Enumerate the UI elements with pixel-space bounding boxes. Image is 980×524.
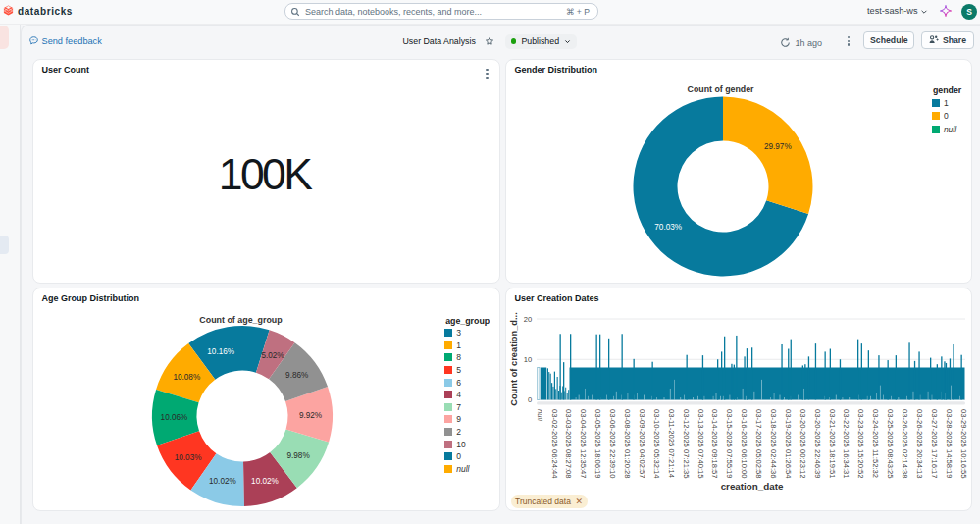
svg-text:03-20-2025 22:46:39: 03-20-2025 22:46:39 xyxy=(813,409,822,479)
svg-text:03-11-2025 07:21:14: 03-11-2025 07:21:14 xyxy=(667,409,676,478)
svg-text:03-29-2025 10:16:55: 03-29-2025 10:16:55 xyxy=(959,409,968,479)
svg-text:5.02%: 5.02% xyxy=(261,351,284,360)
svg-text:03-25-2025 08:43:25: 03-25-2025 08:43:25 xyxy=(886,409,895,479)
svg-text:03-06-2025 22:39:10: 03-06-2025 22:39:10 xyxy=(608,409,617,479)
svg-text:70.03%: 70.03% xyxy=(654,223,682,232)
svg-text:03-14-2025 09:18:57: 03-14-2025 09:18:57 xyxy=(710,409,719,479)
svg-text:9.98%: 9.98% xyxy=(286,451,309,460)
svg-text:03-27-2025 17:16:17: 03-27-2025 17:16:17 xyxy=(930,409,939,479)
svg-text:03-24-2025 11:52:32: 03-24-2025 11:52:32 xyxy=(871,409,880,478)
svg-text:03-26-2025 02:14:38: 03-26-2025 02:14:38 xyxy=(901,409,909,479)
svg-text:03-22-2025 16:34:31: 03-22-2025 16:34:31 xyxy=(842,409,851,479)
svg-text:null: null xyxy=(536,409,544,421)
svg-text:03-23-2025 15:20:52: 03-23-2025 15:20:52 xyxy=(856,409,865,479)
svg-text:03-13-2025 07:40:15: 03-13-2025 07:40:15 xyxy=(696,409,705,479)
svg-text:03-16-2025 06:10:00: 03-16-2025 06:10:00 xyxy=(740,409,748,479)
svg-text:03-02-2025 06:24:44: 03-02-2025 06:24:44 xyxy=(550,409,559,479)
svg-text:03-26-2025 20:34:13: 03-26-2025 20:34:13 xyxy=(915,409,924,479)
svg-text:20: 20 xyxy=(524,315,532,324)
svg-text:Count of creation_d...: Count of creation_d... xyxy=(509,312,519,406)
svg-text:03-17-2025 05:02:58: 03-17-2025 05:02:58 xyxy=(754,409,763,479)
svg-text:10: 10 xyxy=(524,355,532,364)
svg-text:9.86%: 9.86% xyxy=(285,371,308,380)
svg-text:03-12-2025 07:21:35: 03-12-2025 07:21:35 xyxy=(682,409,691,479)
svg-text:9.92%: 9.92% xyxy=(299,411,322,420)
svg-text:03-04-2025 12:35:47: 03-04-2025 12:35:47 xyxy=(579,409,588,479)
svg-text:0: 0 xyxy=(528,395,532,404)
svg-text:10.02%: 10.02% xyxy=(209,477,236,486)
svg-text:03-09-2025 04:02:57: 03-09-2025 04:02:57 xyxy=(638,409,646,479)
svg-text:03-05-2025 18:06:19: 03-05-2025 18:06:19 xyxy=(593,409,602,479)
svg-text:03-21-2025 18:19:51: 03-21-2025 18:19:51 xyxy=(828,409,837,479)
svg-text:03-28-2025 14:58:19: 03-28-2025 14:58:19 xyxy=(945,409,954,479)
svg-text:03-19-2025 01:26:54: 03-19-2025 01:26:54 xyxy=(784,409,793,479)
svg-text:Count of age_group: Count of age_group xyxy=(199,315,283,325)
svg-text:03-08-2025 01:20:28: 03-08-2025 01:20:28 xyxy=(623,409,632,479)
svg-text:29.97%: 29.97% xyxy=(764,142,792,151)
svg-text:10.06%: 10.06% xyxy=(161,413,188,422)
svg-text:Count of gender: Count of gender xyxy=(688,84,754,94)
svg-text:03-15-2025 07:55:19: 03-15-2025 07:55:19 xyxy=(725,409,734,479)
svg-text:10.03%: 10.03% xyxy=(175,453,202,462)
svg-text:10.16%: 10.16% xyxy=(207,347,234,356)
svg-text:03-03-2025 08:27:08: 03-03-2025 08:27:08 xyxy=(564,409,573,479)
svg-text:creation_date: creation_date xyxy=(721,481,784,492)
svg-text:10.02%: 10.02% xyxy=(251,477,279,486)
svg-text:03-20-2025 00:23:12: 03-20-2025 00:23:12 xyxy=(799,409,807,479)
svg-text:03-10-2025 05:32:14: 03-10-2025 05:32:14 xyxy=(652,409,661,479)
svg-text:10.08%: 10.08% xyxy=(173,373,200,382)
svg-text:03-18-2025 02:44:36: 03-18-2025 02:44:36 xyxy=(769,409,778,479)
